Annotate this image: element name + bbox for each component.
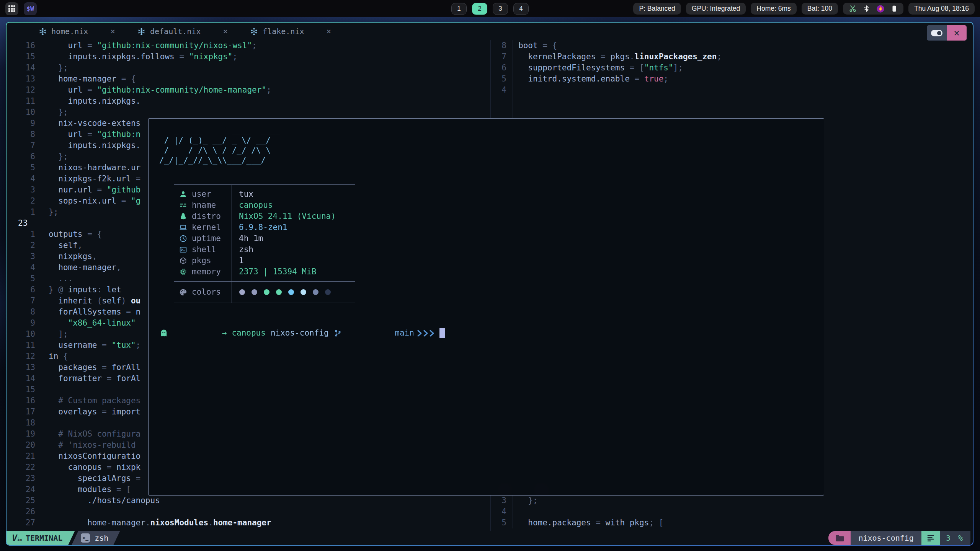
terminal-color-dot-2 [264,289,270,295]
workspace-button-3[interactable]: 3 [493,3,508,15]
code-text: home-manager.nixosModules.home-manager [43,517,271,528]
tab-default-nix[interactable]: default.nix× [137,27,228,36]
vim-mode-segment[interactable]: Vim TERMINAL [7,531,75,545]
code-line: 11 inputs.nixpkgs. [7,96,490,107]
scissors-icon[interactable] [849,5,857,13]
working-directory-segment[interactable]: nixos-config [851,531,921,545]
terminal-color-dot-5 [301,289,306,295]
fastfetch-row: hnamecanopus [174,200,355,211]
code-text [43,384,49,395]
line-number: 3 [7,251,43,262]
editor-tab-bar: home.nix×default.nix×flake.nix× × [7,23,973,40]
workspace-button-4[interactable]: 4 [513,3,529,15]
status-pill-3[interactable]: Bat: 100 [802,3,838,15]
code-text: url = "github:nix-community/nixos-wsl"; [43,40,257,51]
terminal-color-dot-6 [313,289,318,295]
phone-icon[interactable] [891,5,898,13]
code-text: formatter = forAl [43,373,140,384]
text-cursor [439,328,445,338]
workspace-button-1[interactable]: 1 [451,3,467,15]
code-line: 4 [491,85,973,96]
code-text: url = "github:nix-community/home-manager… [43,85,271,96]
terminal-color-dots [232,289,331,295]
terminal-color-dot-7 [325,289,331,295]
line-number: 4 [7,262,43,273]
code-text: # 'nixos-rebuild [43,440,136,451]
code-text: url = "github:n [43,129,140,140]
float-toggle-button[interactable] [927,25,947,41]
system-tray [843,3,903,15]
line-number: 6 [7,151,43,162]
floating-terminal[interactable]: _ ___ ____ ____ / |/ (_)_ __/ _ \/ __/ /… [148,118,824,496]
code-text: home-manager, [43,262,121,273]
shell-tab[interactable]: >_ zsh [72,531,120,545]
line-number: 22 [7,462,43,473]
fetch-label: pkgs [192,255,232,266]
code-line: 6 supportedFilesystems = ["ntfs"]; [491,62,973,73]
code-text: overlays = import [43,406,140,417]
mode-label: TERMINAL [26,533,62,543]
tab-close-icon[interactable]: × [110,27,115,36]
line-number: 24 [7,484,43,495]
line-number: 16 [7,40,43,51]
statusbar-right: nixos-config 3 % [828,531,970,545]
fetch-label: hname [192,200,232,211]
line-number: 6 [7,284,43,295]
apps-grid-icon [8,5,16,13]
status-pill-2[interactable]: Home: 6ms [751,3,796,15]
line-number: 17 [7,406,43,417]
code-text: }; [513,495,538,506]
window-close-button[interactable]: × [947,25,967,41]
line-number: 7 [491,51,513,62]
clock-pill[interactable]: Thu Aug 08, 18:16 [908,3,975,15]
status-pill-1[interactable]: GPU: Integrated [686,3,746,15]
terminal-prompt-icon: >_ [81,533,90,543]
line-number: 14 [7,62,43,73]
code-text: inherit (self) ou [43,295,140,306]
terminal-window: home.nix×default.nix×flake.nix× × 16 url… [7,23,973,545]
status-pill-0[interactable]: P: Balanced [633,3,681,15]
line-number: 2 [7,196,43,207]
line-number: 26 [7,506,43,517]
terminal-color-dot-3 [276,289,282,295]
bluetooth-icon[interactable] [863,5,870,13]
folder-segment[interactable] [828,531,851,545]
tab-close-icon[interactable]: × [223,27,228,36]
code-line: 16 url = "github:nix-community/nixos-wsl… [7,40,490,51]
packages-icon [174,257,192,265]
line-number: 4 [491,85,513,96]
scroll-position-segment[interactable] [921,531,940,545]
shell-prompt[interactable]: → canopus nixos-config main [159,328,445,339]
code-text: inputs.nixpkgs. [43,140,140,151]
code-text: ./hosts/canopus [43,495,160,506]
flame-icon[interactable] [876,5,885,13]
window-manager-button[interactable]: $W [24,2,37,15]
tab-label: home.nix [51,27,88,36]
code-line: 27 home-manager.nixosModules.home-manage… [7,517,490,528]
code-line: 5 initrd.systemd.enable = true; [491,73,973,85]
workspace-button-2[interactable]: 2 [472,3,487,15]
tab-home-nix[interactable]: home.nix× [39,27,115,36]
line-number: 11 [7,340,43,351]
line-number: 23 [7,218,43,229]
editor-main: 16 url = "github:nix-community/nixos-wsl… [7,40,973,531]
code-text [513,96,518,107]
line-number: 8 [7,306,43,318]
line-number: 18 [7,417,43,429]
line-number: 3 [7,184,43,196]
shell-label: zsh [95,533,108,543]
fetch-value: zsh [232,244,253,255]
line-number: 13 [7,362,43,373]
code-line [491,107,973,118]
uptime-icon [174,235,192,243]
tab-close-icon[interactable]: × [326,27,331,36]
code-text: modules = [ [43,484,131,495]
app-launcher-button[interactable] [5,2,18,15]
code-line: 25 ./hosts/canopus [7,495,490,506]
code-text: username = "tux"; [43,340,140,351]
code-line: 4 [491,506,973,517]
tab-flake-nix[interactable]: flake.nix× [250,27,331,36]
prompt-arrow: → [222,328,227,339]
code-line: 14 }; [7,62,490,73]
prompt-directory: nixos-config [271,328,329,339]
